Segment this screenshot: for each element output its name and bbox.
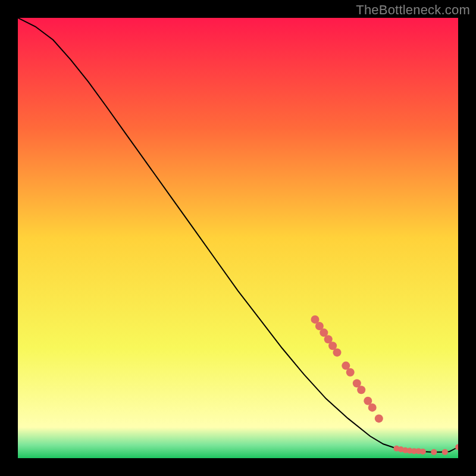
gradient-background: [18, 18, 458, 458]
marker-point: [431, 449, 437, 455]
marker-point: [420, 449, 426, 455]
plot-area: [18, 18, 458, 458]
marker-point: [357, 386, 365, 394]
marker-point: [368, 403, 377, 412]
chart-svg: [18, 18, 458, 458]
watermark-text: TheBottleneck.com: [356, 2, 470, 18]
marker-point: [442, 449, 448, 455]
marker-point: [346, 368, 355, 377]
chart-frame: TheBottleneck.com: [0, 0, 476, 476]
marker-point: [333, 348, 342, 356]
marker-point: [375, 414, 383, 422]
